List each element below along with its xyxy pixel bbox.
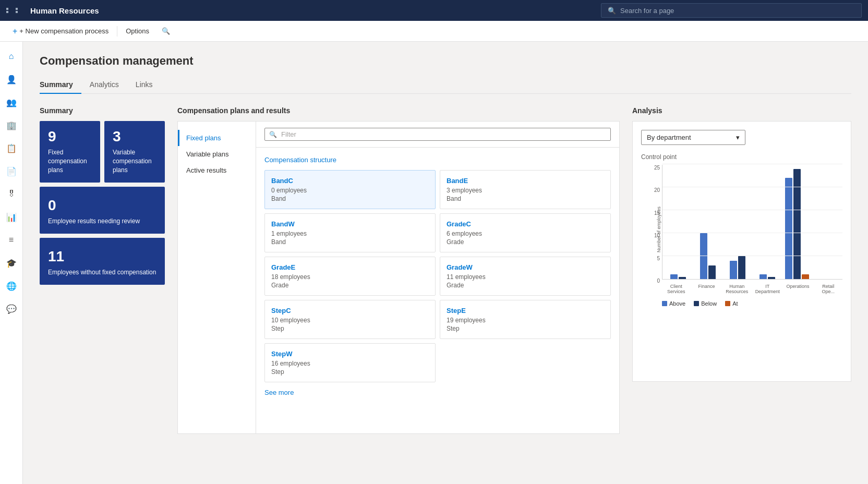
- plan-type-stepc: Step: [271, 325, 429, 332]
- analysis-title: Analysis: [632, 106, 851, 115]
- employee-review-card[interactable]: 0 Employee results needing review: [40, 187, 165, 234]
- plan-type-stepe: Step: [447, 325, 604, 332]
- search-input[interactable]: [620, 7, 855, 15]
- x-label-finance: Finance: [692, 284, 720, 294]
- plan-name-bandw: BandW: [271, 220, 429, 228]
- plan-card-bandc[interactable]: BandC 0 employees Band: [264, 170, 436, 209]
- bar-below-client-services: [679, 277, 686, 279]
- plan-card-bande[interactable]: BandE 3 employees Band: [440, 170, 611, 209]
- sidebar-item-people[interactable]: 👥: [1, 92, 22, 113]
- plan-type-stepw: Step: [271, 368, 429, 376]
- comp-structure-link[interactable]: Compensation structure: [264, 156, 611, 164]
- global-search[interactable]: 🔍: [601, 3, 862, 18]
- nav-active-results[interactable]: Active results: [178, 162, 256, 178]
- no-fixed-comp-num: 11: [48, 249, 156, 264]
- app-title: Human Resources: [30, 6, 595, 15]
- summary-row-2: 0 Employee results needing review: [40, 187, 165, 234]
- tab-summary[interactable]: Summary: [40, 76, 81, 94]
- plans-nav: Fixed plans Variable plans Active result…: [178, 122, 256, 433]
- filter-input[interactable]: [281, 130, 606, 138]
- nav-variable-plans[interactable]: Variable plans: [178, 146, 256, 162]
- new-compensation-process-button[interactable]: + + New compensation process: [8, 25, 113, 38]
- gridline-5: [662, 256, 842, 256]
- plan-card-stepw[interactable]: StepW 16 employees Step: [264, 343, 436, 382]
- plans-container: Fixed plans Variable plans Active result…: [177, 121, 620, 434]
- main-content: Compensation management Summary Analytic…: [23, 42, 868, 484]
- search-icon-toolbar: 🔍: [162, 27, 170, 35]
- gridline-15: [662, 210, 842, 210]
- bar-above-operations: [785, 178, 792, 279]
- bar-group-finance: [694, 233, 722, 279]
- toolbar-search-button[interactable]: 🔍: [158, 25, 174, 37]
- plans-title: Compensation plans and results: [177, 106, 620, 115]
- options-button[interactable]: Options: [122, 25, 153, 37]
- plans-filter-bar: 🔍: [256, 122, 619, 148]
- y-label-20: 20: [654, 187, 660, 193]
- plan-name-stepw: StepW: [271, 350, 429, 358]
- bar-above-it: [760, 274, 767, 279]
- no-fixed-comp-label: Employees without fixed compensation: [48, 268, 156, 277]
- plan-employees-gradew: 11 employees: [447, 273, 604, 281]
- plan-employees-stepe: 19 employees: [447, 317, 604, 324]
- sidebar-item-list[interactable]: ≡: [1, 229, 22, 250]
- sidebar-item-clipboard[interactable]: 📋: [1, 138, 22, 159]
- plan-card-gradec[interactable]: GradeC 6 employees Grade: [440, 213, 611, 252]
- plan-name-gradee: GradeE: [271, 263, 429, 271]
- see-more-link[interactable]: See more: [264, 382, 611, 398]
- sidebar-item-chart[interactable]: 📊: [1, 207, 22, 227]
- sidebar-item-home[interactable]: ⌂: [1, 46, 22, 67]
- plan-card-stepe[interactable]: StepE 19 employees Step: [440, 300, 611, 339]
- tab-analytics[interactable]: Analytics: [81, 76, 127, 94]
- plan-employees-stepc: 10 employees: [271, 317, 429, 324]
- sidebar-item-help[interactable]: 💬: [1, 298, 22, 319]
- variable-comp-card[interactable]: 3 Variable compensation plans: [104, 121, 165, 183]
- plan-card-bandw[interactable]: BandW 1 employees Band: [264, 213, 436, 252]
- sidebar-item-train[interactable]: 🎓: [1, 252, 22, 273]
- fixed-comp-card[interactable]: 9 Fixed compensation plans: [40, 121, 100, 183]
- x-label-it: ITDepartment: [753, 284, 781, 294]
- sidebar-item-badge[interactable]: 🎖: [1, 184, 22, 204]
- options-label: Options: [126, 27, 149, 35]
- plan-name-gradec: GradeC: [447, 220, 604, 228]
- legend-at: At: [725, 300, 738, 307]
- legend-label-below: Below: [701, 300, 717, 307]
- sidebar-item-org[interactable]: 🏢: [1, 115, 22, 136]
- bar-below-it: [768, 277, 775, 279]
- sidebar-item-person[interactable]: 👤: [1, 69, 22, 90]
- plan-employees-bandw: 1 employees: [271, 230, 429, 237]
- gridline-20: [662, 187, 842, 187]
- plan-name-stepc: StepC: [271, 307, 429, 314]
- nav-fixed-plans[interactable]: Fixed plans: [178, 130, 256, 146]
- plan-employees-gradec: 6 employees: [447, 230, 604, 237]
- app-grid-icon[interactable]: [6, 8, 24, 13]
- plans-grid-scroll[interactable]: Compensation structure BandC 0 employees…: [256, 148, 619, 433]
- plan-name-gradew: GradeW: [447, 263, 604, 271]
- y-label-25: 25: [654, 165, 660, 171]
- tabs: Summary Analytics Links: [40, 76, 851, 94]
- no-fixed-comp-card[interactable]: 11 Employees without fixed compensation: [40, 238, 165, 285]
- left-sidebar: ⌂ 👤 👥 🏢 📋 📄 🎖 📊 ≡ 🎓 🌐 💬: [0, 42, 23, 484]
- plan-card-gradee[interactable]: GradeE 18 employees Grade: [264, 257, 436, 296]
- page-title: Compensation management: [40, 54, 851, 68]
- plans-grid: BandC 0 employees Band BandE 3 employees…: [264, 170, 611, 382]
- bar-above-client-services: [670, 274, 678, 279]
- toolbar-divider: [117, 26, 117, 37]
- filter-input-wrapper[interactable]: 🔍: [264, 128, 611, 141]
- sidebar-item-hierarchy[interactable]: 🌐: [1, 275, 22, 296]
- legend-dot-above: [662, 301, 667, 306]
- y-label-5: 5: [657, 256, 660, 261]
- x-label-client-services: ClientServices: [662, 284, 690, 294]
- summary-row-3: 11 Employees without fixed compensation: [40, 238, 165, 285]
- plan-name-stepe: StepE: [447, 307, 604, 314]
- tab-links[interactable]: Links: [127, 76, 161, 94]
- sidebar-item-doc[interactable]: 📄: [1, 161, 22, 182]
- plan-card-gradew[interactable]: GradeW 11 employees Grade: [440, 257, 611, 296]
- analysis-dropdown[interactable]: By department ▾: [641, 130, 745, 145]
- x-label-retail: RetailOpe...: [814, 284, 842, 294]
- plan-card-stepc[interactable]: StepC 10 employees Step: [264, 300, 436, 339]
- plan-employees-bandc: 0 employees: [271, 187, 429, 194]
- variable-comp-label: Variable compensation plans: [113, 148, 156, 174]
- bar-group-hr: [724, 256, 752, 279]
- filter-search-icon: 🔍: [269, 131, 277, 138]
- bar-below-hr: [738, 256, 745, 279]
